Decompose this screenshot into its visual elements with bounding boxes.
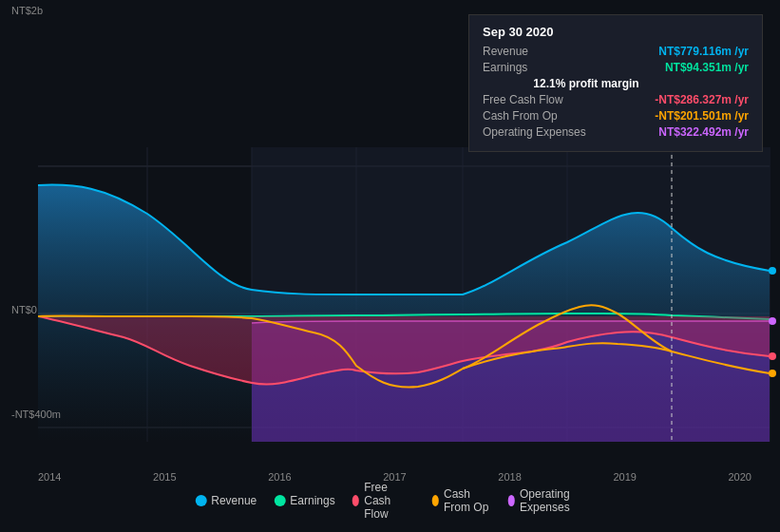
tooltip-opex-value: NT$322.492m /yr <box>658 125 749 139</box>
legend-earnings-dot <box>274 495 285 506</box>
tooltip-fcf-value: -NT$286.327m /yr <box>655 93 749 106</box>
chart-legend: Revenue Earnings Free Cash Flow Cash Fro… <box>195 481 585 521</box>
tooltip-panel: Sep 30 2020 Revenue NT$779.116m /yr Earn… <box>468 14 763 152</box>
tooltip-cfo-value: -NT$201.501m /yr <box>655 109 749 123</box>
tooltip-cfo: Cash From Op -NT$201.501m /yr <box>483 109 749 123</box>
y-label-top: NT$2b <box>11 5 43 16</box>
legend-fcf-dot <box>352 495 360 506</box>
chart-svg <box>0 147 780 480</box>
legend-opex[interactable]: Operating Expenses <box>507 487 584 514</box>
y-label-mid: NT$0 <box>11 304 37 315</box>
tooltip-opex-label: Operating Expenses <box>483 125 586 139</box>
y-label-bot: -NT$400m <box>11 408 61 420</box>
svg-point-12 <box>769 267 776 275</box>
legend-cfo-label: Cash From Op <box>444 487 490 514</box>
legend-earnings-label: Earnings <box>290 494 334 507</box>
tooltip-revenue-value: NT$779.116m /yr <box>658 45 749 58</box>
tooltip-margin: 12.1% profit margin <box>483 77 749 90</box>
tooltip-earnings: Earnings NT$94.351m /yr <box>483 61 749 74</box>
tooltip-fcf: Free Cash Flow -NT$286.327m /yr <box>483 93 749 106</box>
tooltip-revenue: Revenue NT$779.116m /yr <box>483 45 749 58</box>
tooltip-earnings-label: Earnings <box>483 61 527 74</box>
x-label-2020: 2020 <box>728 471 751 483</box>
tooltip-earnings-value: NT$94.351m /yr <box>665 61 749 74</box>
tooltip-fcf-label: Free Cash Flow <box>483 93 563 106</box>
tooltip-revenue-label: Revenue <box>483 45 528 58</box>
x-label-2014: 2014 <box>38 471 61 483</box>
legend-earnings[interactable]: Earnings <box>274 494 334 507</box>
x-label-2019: 2019 <box>613 471 636 483</box>
legend-cfo-dot <box>431 495 439 506</box>
legend-revenue-dot <box>195 495 206 506</box>
svg-point-14 <box>769 352 776 360</box>
tooltip-cfo-label: Cash From Op <box>483 109 558 123</box>
legend-revenue[interactable]: Revenue <box>195 494 257 507</box>
legend-opex-label: Operating Expenses <box>520 487 585 514</box>
legend-opex-dot <box>507 495 515 506</box>
chart-area <box>0 147 780 480</box>
legend-cfo[interactable]: Cash From Op <box>431 487 490 514</box>
legend-fcf-label: Free Cash Flow <box>364 481 414 521</box>
svg-point-13 <box>769 317 776 325</box>
legend-fcf[interactable]: Free Cash Flow <box>352 481 415 521</box>
legend-revenue-label: Revenue <box>211 494 257 507</box>
svg-point-15 <box>769 370 776 377</box>
tooltip-opex: Operating Expenses NT$322.492m /yr <box>483 125 749 139</box>
x-label-2015: 2015 <box>153 471 176 483</box>
tooltip-date: Sep 30 2020 <box>483 25 749 39</box>
